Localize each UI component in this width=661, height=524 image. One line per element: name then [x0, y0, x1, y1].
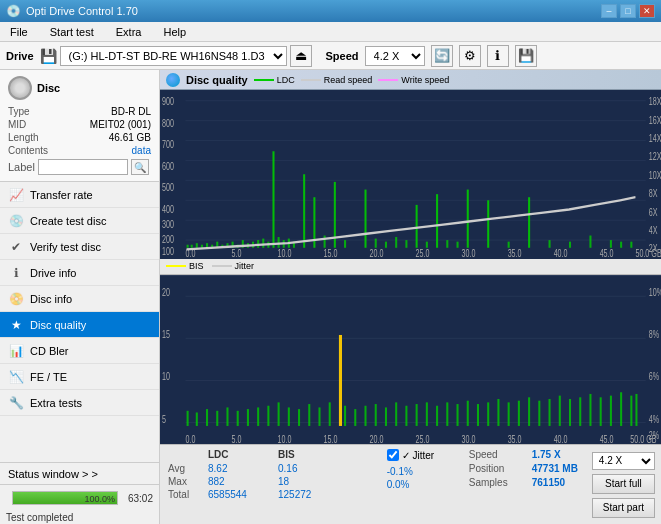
nav-drive-info-label: Drive info [30, 267, 76, 279]
svg-rect-133 [416, 404, 418, 426]
drive-select[interactable]: (G:) HL-DT-ST BD-RE WH16NS48 1.D3 [60, 46, 287, 66]
svg-rect-117 [257, 407, 259, 426]
start-part-button[interactable]: Start part [592, 498, 655, 518]
svg-rect-137 [457, 404, 459, 426]
test-speed-select[interactable]: 4.2 X [592, 452, 655, 470]
svg-rect-148 [569, 399, 571, 426]
nav-create-test-disc[interactable]: 💿 Create test disc [0, 208, 159, 234]
nav-extra-tests[interactable]: 🔧 Extra tests [0, 390, 159, 416]
samples-label: Samples [469, 477, 524, 488]
svg-rect-73 [446, 240, 448, 248]
disc-mid-value: MEIT02 (001) [90, 119, 151, 130]
disc-quality-icon: ★ [8, 318, 24, 332]
refresh-button[interactable]: 🔄 [431, 45, 453, 67]
svg-rect-138 [467, 400, 469, 425]
start-full-button[interactable]: Start full [592, 474, 655, 494]
nav-drive-info[interactable]: ℹ Drive info [0, 260, 159, 286]
svg-text:12X: 12X [649, 151, 661, 163]
svg-text:16X: 16X [649, 114, 661, 126]
max-bis: 18 [278, 476, 338, 487]
extra-tests-icon: 🔧 [8, 396, 24, 410]
svg-rect-127 [354, 409, 356, 426]
svg-rect-56 [278, 237, 280, 248]
nav-disc-quality-label: Disc quality [30, 319, 86, 331]
status-window-label: Status window > > [8, 468, 98, 480]
bis-color [166, 265, 186, 267]
nav-disc-info[interactable]: 📀 Disc info [0, 286, 159, 312]
speed-select[interactable]: 4.2 X [365, 46, 425, 66]
nav-verify-test-disc[interactable]: ✔ Verify test disc [0, 234, 159, 260]
disc-section-title: Disc [37, 82, 60, 94]
svg-rect-74 [457, 242, 459, 248]
svg-rect-111 [196, 412, 198, 425]
svg-rect-76 [487, 200, 489, 247]
svg-text:30.0: 30.0 [462, 431, 476, 444]
total-bis: 125272 [278, 489, 338, 500]
jitter-checkbox[interactable] [387, 449, 399, 461]
svg-rect-145 [538, 400, 540, 425]
svg-rect-144 [528, 397, 530, 426]
svg-rect-121 [298, 409, 300, 426]
avg-ldc: 8.62 [208, 463, 268, 474]
svg-rect-110 [187, 410, 189, 425]
jitter-column: ✓ Jitter -0.1% 0.0% [381, 445, 461, 524]
svg-rect-81 [589, 236, 591, 248]
svg-rect-39 [191, 245, 193, 248]
legend-bis: BIS [166, 261, 204, 271]
nav-fe-te[interactable]: 📉 FE / TE [0, 364, 159, 390]
svg-rect-69 [405, 240, 407, 248]
total-label: Total [168, 489, 198, 500]
svg-text:0.0: 0.0 [186, 431, 196, 444]
position-value: 47731 MB [532, 463, 578, 474]
settings-button[interactable]: ⚙ [459, 45, 481, 67]
svg-rect-113 [216, 410, 218, 425]
svg-rect-129 [375, 404, 377, 426]
svg-text:4%: 4% [649, 411, 660, 424]
menu-help[interactable]: Help [157, 24, 192, 40]
progress-text: 100.0% [84, 492, 115, 506]
svg-text:30.0: 30.0 [462, 248, 476, 259]
svg-text:10%: 10% [649, 285, 661, 298]
top-chart: 18X 16X 14X 12X 10X 8X 6X 4X 2X 900 800 … [160, 90, 661, 259]
drive-info-icon: ℹ [8, 266, 24, 280]
svg-text:45.0: 45.0 [600, 431, 614, 444]
info-button[interactable]: ℹ [487, 45, 509, 67]
svg-rect-146 [549, 399, 551, 426]
svg-text:8%: 8% [649, 327, 660, 340]
nav-cd-bler[interactable]: 📊 CD Bler [0, 338, 159, 364]
bottom-chart-header: BIS Jitter [160, 259, 661, 275]
speed-label-text: Speed [469, 449, 524, 460]
svg-text:15.0: 15.0 [324, 248, 338, 259]
svg-rect-118 [267, 405, 269, 425]
svg-rect-60 [303, 174, 305, 248]
close-button[interactable]: ✕ [639, 4, 655, 18]
svg-text:4X: 4X [649, 225, 658, 237]
create-test-disc-icon: 💿 [8, 214, 24, 228]
svg-text:5: 5 [162, 411, 166, 424]
disc-label-button[interactable]: 🔍 [131, 159, 149, 175]
eject-button[interactable]: ⏏ [290, 45, 312, 67]
ldc-color [254, 79, 274, 81]
svg-text:20: 20 [162, 285, 170, 298]
maximize-button[interactable]: □ [620, 4, 636, 18]
verify-test-disc-icon: ✔ [8, 240, 24, 254]
nav-fe-te-label: FE / TE [30, 371, 67, 383]
disc-label-input[interactable] [38, 159, 128, 175]
save-button[interactable]: 💾 [515, 45, 537, 67]
menu-extra[interactable]: Extra [110, 24, 148, 40]
total-ldc: 6585544 [208, 489, 268, 500]
svg-rect-120 [288, 407, 290, 426]
speed-info: Speed 1.75 X Position 47731 MB Samples 7… [461, 445, 586, 524]
disc-length-value: 46.61 GB [109, 132, 151, 143]
nav-disc-quality[interactable]: ★ Disc quality [0, 312, 159, 338]
menu-file[interactable]: File [4, 24, 34, 40]
svg-rect-38 [187, 245, 189, 248]
menu-start-test[interactable]: Start test [44, 24, 100, 40]
svg-rect-0 [160, 90, 661, 259]
svg-rect-152 [610, 395, 612, 425]
minimize-button[interactable]: – [601, 4, 617, 18]
status-window-button[interactable]: Status window > > [0, 463, 159, 485]
nav-transfer-rate[interactable]: 📈 Transfer rate [0, 182, 159, 208]
bottom-chart-svg: 20 15 10 5 10% 8% 6% 4% 2% 0.0 5.0 10.0 … [160, 276, 661, 445]
jitter-label: ✓ Jitter [402, 450, 434, 461]
